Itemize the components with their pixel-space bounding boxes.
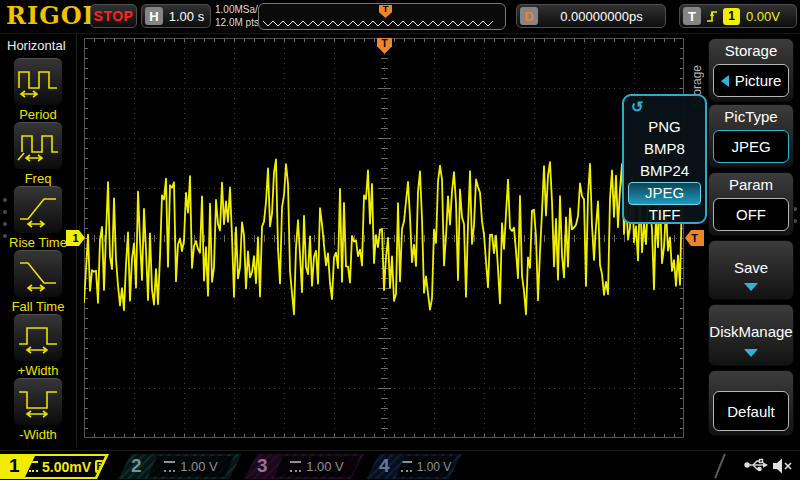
top-status-bar: RIGOL STOP H 1.00 s 1.00MSa/s 12.0M pts … [0,0,800,34]
pictype-option-jpeg[interactable]: JPEG [628,182,701,205]
softkey-label: Param [709,173,793,193]
rising-edge-icon [705,8,719,24]
run-state-indicator[interactable]: STOP [90,4,137,28]
measure-label-neg-width: -Width [0,427,76,442]
dc-coupling-icon [290,461,301,472]
pictype-option-tiff[interactable]: TIFF [629,204,700,225]
channel-scale: 5.00mV [42,459,91,475]
fall-time-icon [16,256,60,292]
softkey-param[interactable]: Param OFF [708,172,794,236]
measure-item-fall-time[interactable] [14,250,62,297]
trigger-status-box[interactable]: T 1 0.00V [679,4,797,28]
rigol-logo: RIGOL [6,1,100,30]
delay-value: 0.00000000ps [538,9,665,24]
pictype-option-png[interactable]: PNG [629,116,700,137]
softkey-label: DiskManage [709,323,793,340]
chevron-down-icon [744,283,758,291]
channel-number: 3 [257,455,268,477]
trigger-key-icon: T [683,7,701,25]
measure-label-fall-time: Fall Time [0,299,76,314]
dc-coupling-icon [164,461,175,472]
positive-width-icon [16,320,60,356]
measure-item-neg-width[interactable] [14,378,62,425]
frequency-measure-icon [16,128,60,164]
softkey-label: PicType [709,105,793,125]
left-menu-title: Horizontal [7,38,66,53]
oscilloscope-screen: RIGOL STOP H 1.00 s 1.00MSa/s 12.0M pts … [0,0,800,480]
channel-2-status[interactable]: 2 1.00 V [118,454,242,479]
softkey-label: Save [709,259,793,276]
dc-coupling-icon [401,461,412,472]
softkey-storage-type[interactable]: Storage Picture [708,38,794,102]
channel-3-status[interactable]: 3 1.00 V [244,454,364,479]
trigger-delay-box[interactable]: D 0.00000000ps [516,4,666,28]
chevron-left-icon [721,75,729,87]
measure-item-rise-time[interactable] [14,186,62,233]
trigger-level-value: 0.00V [746,9,780,24]
period-measure-icon [16,64,60,100]
negative-width-icon [16,384,60,420]
ch1-ground-level-marker[interactable]: 1 [66,230,85,246]
menu-page-dot [3,222,7,226]
channel-number: 1 [9,455,20,477]
waveform-display-area [84,38,684,438]
channel-number: 4 [379,455,390,477]
pictype-dropdown: ↺ PNG BMP8 BMP24 JPEG TIFF [622,94,707,224]
softkey-label: Storage [709,39,793,59]
measure-label-pos-width: +Width [0,363,76,378]
softkey-value: JPEG [731,138,770,155]
sample-rate: 1.00MSa/s [215,3,263,16]
softkey-pictype[interactable]: PicType JPEG [708,104,794,168]
softkey-value: OFF [736,206,766,223]
bandwidth-limit-icon: B [95,460,105,473]
channel-scale: 1.00 V [306,459,344,474]
menu-page-dot [3,198,7,202]
channel-scale: 1.00 V [417,460,452,474]
timebase-value: 1.00 s [163,9,210,24]
softkey-default[interactable]: Default [708,370,794,436]
memory-depth: 12.0M pts [215,16,263,29]
horizontal-measure-menu: Horizontal Period Freq [0,33,77,447]
softkey-value: Picture [735,72,782,89]
usb-icon[interactable] [744,457,770,473]
measure-label-period: Period [0,107,76,122]
rise-time-icon [16,192,60,228]
trigger-source-badge: 1 [723,8,740,25]
measure-item-period[interactable] [14,58,62,105]
channel-status-bar: 1 5.00mV B 2 1.00 V 3 1.00 V 4 [0,450,800,480]
speaker-muted-icon[interactable] [772,457,794,475]
measure-label-freq: Freq [0,171,76,186]
run-state-label: STOP [94,8,134,24]
status-bar-divider [714,454,726,479]
menu-page-dot [3,210,7,214]
horizontal-key-icon: H [145,7,163,25]
pictype-option-bmp8[interactable]: BMP8 [629,138,700,159]
measure-item-freq[interactable] [14,122,62,169]
menu-page-dot [3,234,7,238]
dc-coupling-icon [29,461,38,472]
storage-softkey-menu: Storage Storage Picture PicType JPEG Par… [690,33,800,450]
pictype-option-bmp24[interactable]: BMP24 [629,160,700,181]
softkey-save[interactable]: Save [708,240,794,300]
measure-label-rise-time: Rise Time [0,235,76,250]
softkey-diskmanage[interactable]: DiskManage [708,304,794,366]
channel-4-status[interactable]: 4 1.00 V [366,454,462,479]
measure-item-pos-width[interactable] [14,314,62,361]
acquisition-info: 1.00MSa/s 12.0M pts [215,3,263,29]
graticule [84,38,684,438]
horizontal-timebase-box[interactable]: H 1.00 s [141,4,211,28]
channel-scale: 1.00 V [180,459,218,474]
delay-key-icon: D [520,7,538,25]
undo-back-icon: ↺ [631,98,644,116]
channel-number: 2 [131,455,142,477]
softkey-value: Default [727,403,775,420]
waveform-position-preview: T [258,3,506,30]
chevron-down-icon [744,349,758,357]
channel-1-status[interactable]: 1 5.00mV B [0,454,116,479]
